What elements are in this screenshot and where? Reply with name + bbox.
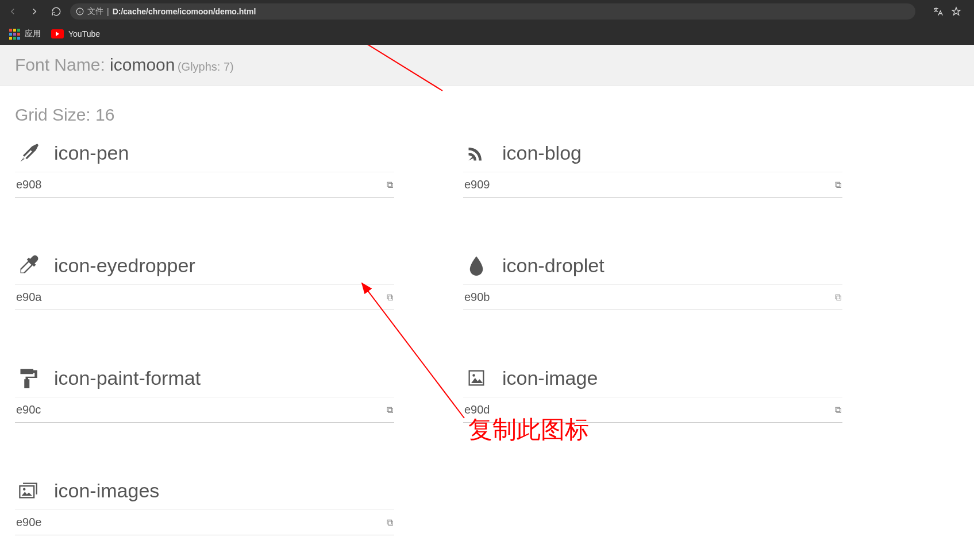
glyph-droplet: icon-droplet e90b ⧉ (463, 252, 842, 310)
back-button[interactable] (5, 3, 21, 20)
chrome-right-icons (933, 6, 969, 17)
code-row[interactable]: e90c ⧉ (15, 397, 394, 423)
glyph-code: e90b (464, 291, 490, 304)
code-row[interactable]: e909 ⧉ (463, 172, 842, 198)
address-bar[interactable]: 文件 | D:/cache/chrome/icomoon/demo.html (70, 3, 915, 20)
bookmark-youtube[interactable]: YouTube (51, 29, 100, 38)
apps-grid-icon (9, 29, 20, 40)
glyph-code: e90e (16, 516, 42, 529)
bookmark-youtube-label: YouTube (68, 29, 100, 38)
code-row[interactable]: e90e ⧉ (15, 509, 394, 535)
glyph-name[interactable]: icon-pen (54, 142, 129, 164)
content: Grid Size: 16 icon-pen e908 ⧉ icon-blog (0, 86, 974, 547)
bookmarks-bar: 应用 YouTube (0, 23, 974, 45)
glyphs-count: (Glyphs: 7) (178, 60, 234, 73)
copy-glyph-icon: ⧉ (835, 292, 841, 303)
eyedropper-icon (15, 252, 41, 279)
browser-chrome: 文件 | D:/cache/chrome/icomoon/demo.html 应… (0, 0, 974, 45)
font-name-label: Font Name: (15, 55, 110, 74)
code-row[interactable]: e908 ⧉ (15, 172, 394, 198)
glyph-name[interactable]: icon-image (502, 367, 598, 389)
font-name-value: icomoon (110, 55, 175, 74)
blog-icon (463, 140, 490, 166)
bookmark-apps[interactable]: 应用 (9, 29, 41, 40)
address-url: D:/cache/chrome/icomoon/demo.html (113, 7, 256, 16)
address-separator: | (107, 7, 109, 16)
pen-icon (15, 140, 41, 166)
droplet-icon (463, 252, 490, 279)
glyph-paint-format: icon-paint-format e90c ⧉ (15, 365, 394, 423)
paint-format-icon (15, 365, 41, 391)
nav-row: 文件 | D:/cache/chrome/icomoon/demo.html (0, 0, 974, 23)
grid-size-label: Grid Size: 16 (15, 105, 959, 125)
copy-glyph-icon: ⧉ (835, 405, 841, 415)
glyph-blog: icon-blog e909 ⧉ (463, 140, 842, 198)
glyph-name[interactable]: icon-images (54, 480, 159, 502)
glyph-images: icon-images e90e ⧉ (15, 477, 394, 535)
forward-button[interactable] (26, 3, 43, 20)
glyph-eyedropper: icon-eyedropper e90a ⧉ (15, 252, 394, 310)
copy-glyph-icon: ⧉ (387, 180, 393, 190)
glyph-name[interactable]: icon-blog (502, 142, 582, 164)
glyph-name[interactable]: icon-droplet (502, 254, 605, 277)
youtube-icon (51, 29, 64, 38)
image-icon (463, 365, 490, 391)
annotation-text: 复制此图标 (468, 414, 589, 446)
page: Font Name: icomoon (Glyphs: 7) Grid Size… (0, 45, 974, 547)
translate-icon[interactable] (933, 6, 943, 17)
code-row[interactable]: e90a ⧉ (15, 284, 394, 310)
glyph-code: e90a (16, 291, 42, 304)
reload-button[interactable] (48, 3, 64, 20)
page-header: Font Name: icomoon (Glyphs: 7) (0, 45, 974, 86)
star-icon[interactable] (951, 6, 961, 17)
glyph-pen: icon-pen e908 ⧉ (15, 140, 394, 198)
code-row[interactable]: e90b ⧉ (463, 284, 842, 310)
glyph-grid: icon-pen e908 ⧉ icon-blog e909 ⧉ (15, 140, 959, 535)
copy-glyph-icon: ⧉ (835, 180, 841, 190)
copy-glyph-icon: ⧉ (387, 405, 393, 415)
bookmark-apps-label: 应用 (25, 29, 41, 39)
address-prefix: 文件 (87, 6, 103, 17)
copy-glyph-icon: ⧉ (387, 517, 393, 528)
copy-glyph-icon: ⧉ (387, 292, 393, 303)
glyph-code: e90c (16, 403, 41, 416)
glyph-name[interactable]: icon-paint-format (54, 367, 201, 389)
glyph-code: e909 (464, 178, 490, 191)
info-icon (76, 7, 84, 16)
glyph-name[interactable]: icon-eyedropper (54, 254, 195, 277)
images-icon (15, 477, 41, 504)
glyph-code: e908 (16, 178, 42, 191)
